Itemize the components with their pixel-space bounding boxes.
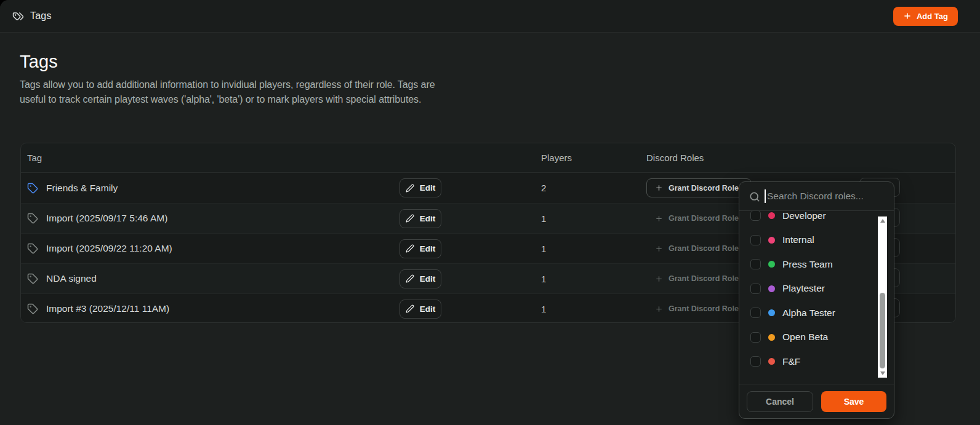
edit-button[interactable]: Edit bbox=[400, 178, 441, 197]
cancel-button[interactable]: Cancel bbox=[747, 391, 813, 412]
scroll-up-arrow[interactable] bbox=[878, 216, 887, 225]
checkbox[interactable] bbox=[750, 356, 761, 367]
checkbox[interactable] bbox=[750, 235, 761, 245]
edit-button[interactable]: Edit bbox=[400, 239, 441, 258]
players-count: 2 bbox=[541, 183, 646, 193]
save-button[interactable]: Save bbox=[821, 391, 886, 412]
edit-label: Edit bbox=[420, 244, 436, 253]
tag-name: NDA signed bbox=[46, 273, 97, 284]
tag-name: Import #3 (2025/12/11 11AM) bbox=[46, 303, 169, 314]
pencil-icon bbox=[406, 274, 414, 283]
role-option[interactable]: Playtester bbox=[739, 277, 894, 301]
plus-icon bbox=[655, 184, 663, 192]
role-option[interactable]: Open Beta bbox=[739, 325, 894, 350]
grant-label: Grant Discord Roles bbox=[669, 214, 743, 223]
tag-name: Friends & Family bbox=[46, 183, 118, 194]
players-count: 1 bbox=[541, 274, 646, 284]
role-color-dot bbox=[768, 334, 775, 341]
role-label: Internal bbox=[782, 234, 814, 245]
tag-icon bbox=[27, 213, 38, 224]
topbar: Tags Add Tag bbox=[0, 0, 980, 33]
role-option[interactable]: Press Team bbox=[739, 252, 894, 277]
page-description: Tags allow you to add additional informa… bbox=[20, 77, 436, 106]
topbar-title: Tags bbox=[30, 10, 52, 22]
checkbox[interactable] bbox=[750, 308, 761, 318]
pencil-icon bbox=[406, 304, 414, 313]
tag-icon bbox=[27, 183, 38, 194]
pencil-icon bbox=[406, 214, 414, 223]
edit-label: Edit bbox=[420, 183, 436, 193]
grant-label: Grant Discord Roles bbox=[669, 244, 743, 253]
role-color-dot bbox=[768, 309, 775, 316]
grant-discord-roles-button[interactable]: Grant Discord Roles bbox=[646, 269, 752, 288]
role-label: Alpha Tester bbox=[782, 308, 835, 319]
players-count: 1 bbox=[541, 213, 646, 224]
role-color-dot bbox=[768, 285, 775, 292]
table-header: Tag Players Discord Roles bbox=[21, 143, 955, 173]
page-title: Tags bbox=[20, 52, 58, 72]
grant-label: Grant Discord Roles bbox=[669, 184, 743, 193]
role-option[interactable]: Alpha Tester bbox=[739, 301, 894, 325]
tag-name-cell: NDA signed bbox=[21, 273, 400, 284]
tag-name: Import (2025/09/17 5:46 AM) bbox=[46, 213, 167, 224]
scrollbar[interactable] bbox=[878, 216, 887, 378]
grant-discord-roles-button[interactable]: Grant Discord Roles bbox=[646, 239, 752, 258]
grant-label: Grant Discord Roles bbox=[669, 304, 743, 313]
pencil-icon bbox=[406, 244, 414, 253]
checkbox[interactable] bbox=[750, 284, 761, 294]
tag-name-cell: Import (2025/09/22 11:20 AM) bbox=[21, 243, 400, 254]
role-label: Playtester bbox=[782, 283, 825, 294]
grant-discord-roles-button[interactable]: Grant Discord Roles bbox=[646, 300, 752, 319]
scrollbar-thumb[interactable] bbox=[880, 293, 885, 368]
edit-label: Edit bbox=[420, 304, 436, 314]
tag-icon bbox=[27, 273, 38, 284]
add-tag-button[interactable]: Add Tag bbox=[893, 7, 958, 26]
role-color-dot bbox=[768, 237, 775, 244]
topbar-breadcrumb: Tags bbox=[12, 10, 52, 22]
tag-icon bbox=[27, 243, 38, 254]
tag-name-cell: Import (2025/09/17 5:46 AM) bbox=[21, 213, 400, 224]
tag-name-cell: Friends & Family bbox=[21, 183, 400, 194]
tag-icon bbox=[27, 303, 38, 314]
checkbox[interactable] bbox=[750, 259, 761, 269]
tag-name: Import (2025/09/22 11:20 AM) bbox=[46, 243, 172, 254]
edit-button[interactable]: Edit bbox=[400, 209, 441, 228]
players-count: 1 bbox=[541, 304, 646, 314]
role-label: Open Beta bbox=[782, 332, 828, 343]
plus-icon bbox=[903, 12, 912, 20]
role-option[interactable]: Developer bbox=[739, 211, 894, 228]
role-color-dot bbox=[768, 212, 775, 219]
text-caret bbox=[765, 189, 766, 203]
edit-label: Edit bbox=[420, 214, 436, 223]
edit-label: Edit bbox=[420, 274, 436, 284]
app-window: Tags Add Tag Tags Tags allow you to add … bbox=[0, 0, 980, 425]
role-option[interactable]: F&F bbox=[739, 349, 894, 374]
role-label: Press Team bbox=[782, 259, 833, 270]
checkbox[interactable] bbox=[750, 211, 761, 221]
edit-button[interactable]: Edit bbox=[400, 300, 441, 319]
plus-icon bbox=[655, 305, 663, 313]
pencil-icon bbox=[406, 184, 414, 193]
role-search bbox=[739, 182, 894, 211]
players-count: 1 bbox=[541, 244, 646, 254]
discord-role-picker: Developer Internal Press Team Playtester bbox=[739, 181, 894, 419]
column-header-players: Players bbox=[541, 153, 646, 163]
scroll-down-arrow[interactable] bbox=[878, 369, 887, 378]
plus-icon bbox=[655, 275, 663, 283]
plus-icon bbox=[655, 245, 663, 253]
plus-icon bbox=[655, 215, 663, 223]
grant-discord-roles-button[interactable]: Grant Discord Roles bbox=[646, 178, 752, 197]
column-header-tag: Tag bbox=[21, 153, 400, 163]
role-label: F&F bbox=[782, 356, 800, 367]
role-search-input[interactable] bbox=[739, 182, 894, 210]
grant-discord-roles-button[interactable]: Grant Discord Roles bbox=[646, 209, 752, 228]
tags-icon bbox=[12, 10, 24, 22]
role-option[interactable]: Internal bbox=[739, 228, 894, 253]
checkbox[interactable] bbox=[750, 332, 761, 343]
role-list: Developer Internal Press Team Playtester bbox=[739, 211, 894, 384]
role-label: Developer bbox=[782, 211, 826, 221]
grant-label: Grant Discord Roles bbox=[669, 274, 743, 283]
tag-name-cell: Import #3 (2025/12/11 11AM) bbox=[21, 303, 400, 314]
add-tag-label: Add Tag bbox=[917, 12, 948, 21]
edit-button[interactable]: Edit bbox=[400, 269, 441, 288]
